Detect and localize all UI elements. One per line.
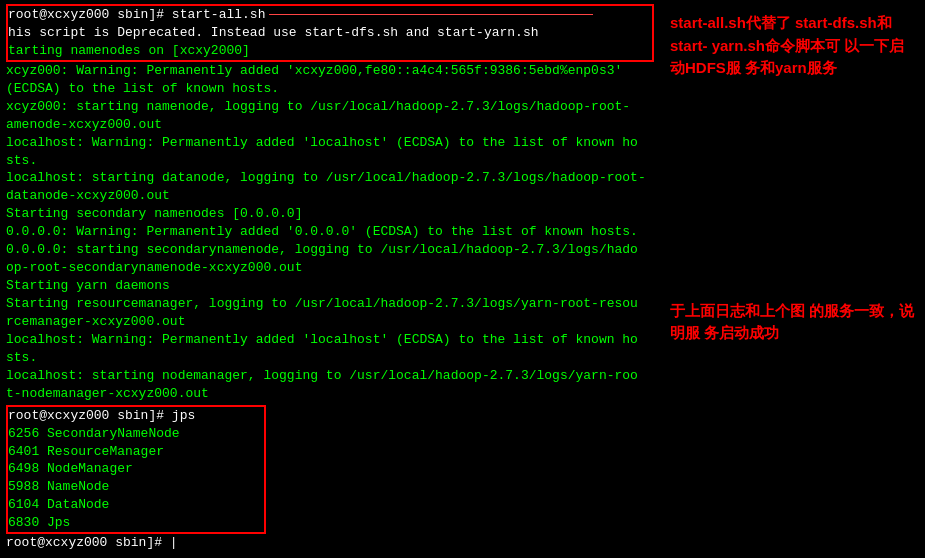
terminal-line: root@xcxyz000 sbin]# start-all.sh — [8, 6, 652, 24]
terminal-line: root@xcxyz000 sbin]# jps — [8, 407, 264, 425]
terminal-line: 6498 NodeManager — [8, 460, 264, 478]
terminal-line: 6830 Jps — [8, 514, 264, 532]
terminal-line: (ECDSA) to the list of known hosts. — [6, 80, 654, 98]
terminal-line: Starting resourcemanager, logging to /us… — [6, 295, 654, 313]
terminal-line: op-root-secondarynamenode-xcxyz000.out — [6, 259, 654, 277]
terminal-line: rcemanager-xcxyz000.out — [6, 313, 654, 331]
terminal-line: his script is Deprecated. Instead use st… — [8, 24, 652, 42]
terminal-line: 6401 ResourceManager — [8, 443, 264, 461]
terminal-line: 0.0.0.0: starting secondarynamenode, log… — [6, 241, 654, 259]
terminal-line: localhost: Warning: Permanently added 'l… — [6, 331, 654, 349]
top-red-box: root@xcxyz000 sbin]# start-all.sh his sc… — [6, 4, 654, 62]
terminal-line: t-nodemanager-xcxyz000.out — [6, 385, 654, 403]
terminal-line: amenode-xcxyz000.out — [6, 116, 654, 134]
terminal-line: localhost: starting nodemanager, logging… — [6, 367, 654, 385]
terminal-line: xcyz000: Warning: Permanently added 'xcx… — [6, 62, 654, 80]
terminal-line: 5988 NameNode — [8, 478, 264, 496]
annotation-top-text: start-all.sh代替了 start-dfs.sh和start- yarn… — [670, 12, 915, 80]
terminal-line: Starting secondary namenodes [0.0.0.0] — [6, 205, 654, 223]
terminal: root@xcxyz000 sbin]# start-all.sh his sc… — [0, 0, 660, 558]
terminal-line: 0.0.0.0: Warning: Permanently added '0.0… — [6, 223, 654, 241]
prompt: root@xcxyz000 sbin]# start-all.sh — [8, 7, 265, 22]
terminal-line: xcyz000: starting namenode, logging to /… — [6, 98, 654, 116]
terminal-line: tarting namenodes on [xcxy2000] — [8, 42, 652, 60]
bottom-red-box: root@xcxyz000 sbin]# jps 6256 SecondaryN… — [6, 405, 266, 535]
terminal-line: Starting yarn daemons — [6, 277, 654, 295]
terminal-line: localhost: starting datanode, logging to… — [6, 169, 654, 187]
terminal-line: sts. — [6, 152, 654, 170]
terminal-line: 6256 SecondaryNameNode — [8, 425, 264, 443]
terminal-line: sts. — [6, 349, 654, 367]
annotation-bottom-text: 于上面日志和上个图 的服务一致，说明服 务启动成功 — [670, 300, 915, 345]
terminal-line: localhost: Warning: Permanently added 'l… — [6, 134, 654, 152]
terminal-line: root@xcxyz000 sbin]# | — [6, 534, 654, 552]
terminal-line: 6104 DataNode — [8, 496, 264, 514]
annotation-panel: start-all.sh代替了 start-dfs.sh和start- yarn… — [660, 0, 925, 558]
terminal-line: datanode-xcxyz000.out — [6, 187, 654, 205]
